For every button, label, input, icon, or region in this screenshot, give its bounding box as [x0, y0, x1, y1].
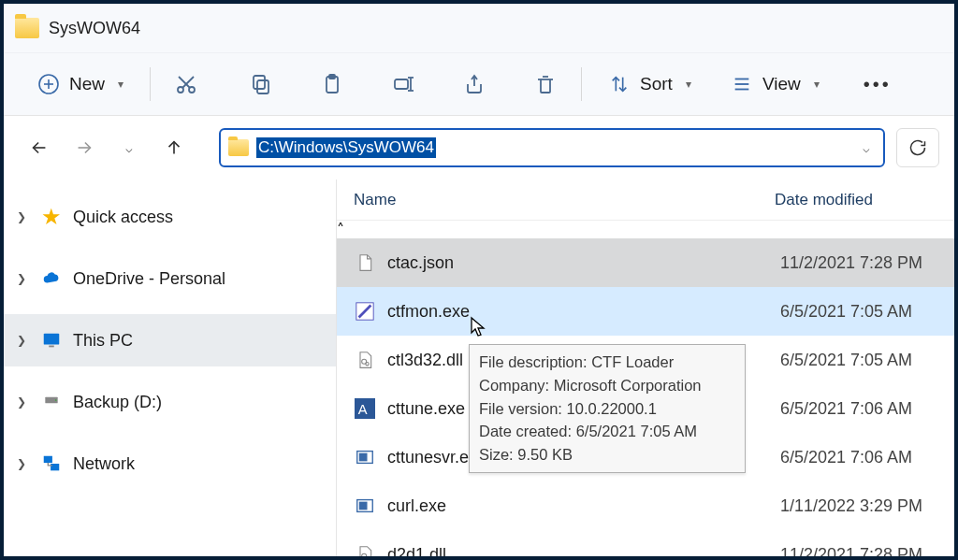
sidebar-item-quick-access[interactable]: ❯ ★ Quick access	[4, 191, 336, 243]
address-bar[interactable]: C:\Windows\SysWOW64 ⌵	[219, 128, 885, 167]
sidebar-item-this-pc[interactable]: ❯ This PC	[4, 314, 336, 366]
svg-rect-19	[44, 334, 60, 345]
sidebar-item-network[interactable]: ❯ Network	[4, 438, 336, 490]
cut-icon[interactable]	[166, 64, 207, 105]
tooltip-line: Date created: 6/5/2021 7:05 AM	[479, 420, 735, 443]
monitor-icon	[39, 328, 64, 352]
plus-circle-icon	[37, 73, 60, 95]
file-name: ctfmon.exe	[387, 302, 780, 322]
exe-icon	[352, 493, 378, 519]
copy-icon[interactable]	[240, 64, 282, 105]
new-button[interactable]: New ▾	[26, 65, 135, 103]
up-button[interactable]	[157, 131, 191, 165]
svg-rect-7	[257, 80, 269, 93]
chevron-down-icon[interactable]: ⌵	[863, 141, 876, 155]
dll-icon	[352, 347, 378, 373]
column-name[interactable]: Name	[354, 191, 775, 209]
sidebar-label: This PC	[73, 331, 133, 351]
navigation-tree: ❯ ★ Quick access ❯ OneDrive - Personal ❯…	[4, 179, 337, 556]
file-row[interactable]: ctfmon.exe 6/5/2021 7:05 AM	[337, 287, 954, 336]
chevron-down-icon: ▾	[118, 78, 123, 91]
chevron-right-icon[interactable]: ❯	[13, 334, 30, 347]
address-text: C:\Windows\SysWOW64	[256, 137, 436, 158]
view-label: View	[762, 74, 801, 94]
sort-icon	[608, 73, 631, 95]
svg-rect-8	[254, 76, 265, 89]
paste-icon[interactable]	[312, 64, 353, 105]
svg-rect-24	[51, 464, 59, 470]
file-date: 11/2/2021 7:28 PM	[780, 545, 922, 557]
chevron-right-icon[interactable]: ❯	[13, 272, 30, 285]
sidebar-label: Quick access	[73, 208, 173, 227]
sort-label: Sort	[640, 74, 673, 94]
cloud-icon	[39, 266, 64, 291]
star-icon: ★	[39, 205, 64, 229]
file-date: 11/2/2021 7:28 PM	[780, 253, 922, 273]
sidebar-label: Backup (D:)	[73, 393, 162, 412]
tooltip-line: File version: 10.0.22000.1	[479, 397, 735, 421]
file-row[interactable]: d2d1.dll 11/2/2021 7:28 PM	[337, 530, 954, 556]
chevron-right-icon[interactable]: ❯	[13, 395, 30, 409]
rename-icon[interactable]	[383, 64, 424, 105]
file-date: 6/5/2021 7:05 AM	[780, 351, 912, 370]
tooltip-line: Size: 9.50 KB	[479, 443, 735, 467]
exe-icon	[352, 444, 378, 470]
file-name: ctac.json	[387, 253, 780, 273]
toolbar: New ▾ Sort ▾ View ▾ •••	[4, 52, 954, 116]
delete-icon[interactable]	[525, 64, 566, 105]
network-icon	[39, 452, 64, 476]
file-date: 6/5/2021 7:06 AM	[780, 448, 912, 467]
file-tooltip: File description: CTF Loader Company: Mi…	[469, 344, 746, 473]
forward-button[interactable]	[67, 131, 101, 165]
sort-button[interactable]: Sort ▾	[597, 65, 703, 103]
title-bar: SysWOW64	[4, 4, 954, 52]
svg-rect-31	[360, 453, 367, 460]
cursor-icon	[470, 316, 488, 338]
file-icon	[352, 250, 378, 276]
view-icon	[731, 73, 753, 95]
file-date: 6/5/2021 7:06 AM	[780, 399, 912, 419]
svg-point-22	[55, 399, 57, 401]
sidebar-label: Network	[73, 454, 135, 474]
svg-text:A: A	[358, 402, 368, 417]
file-name: d2d1.dll	[387, 545, 780, 557]
more-icon[interactable]: •••	[857, 64, 898, 105]
column-headers[interactable]: Name Date modified	[337, 179, 954, 221]
recent-dropdown[interactable]: ⌵	[112, 131, 146, 165]
folder-icon	[15, 18, 39, 38]
dll-icon	[352, 541, 378, 556]
tooltip-line: Company: Microsoft Corporation	[479, 374, 735, 397]
window-title: SysWOW64	[49, 19, 140, 38]
file-row[interactable]: ctac.json 11/2/2021 7:28 PM	[337, 238, 954, 287]
view-button[interactable]: View ▾	[719, 65, 831, 103]
chevron-down-icon: ▾	[814, 78, 820, 91]
svg-rect-11	[395, 79, 408, 89]
file-date: 6/5/2021 7:05 AM	[780, 302, 912, 322]
svg-rect-33	[360, 502, 367, 509]
sidebar-item-backup[interactable]: ❯ Backup (D:)	[4, 376, 336, 428]
column-date[interactable]: Date modified	[775, 191, 873, 209]
file-row[interactable]: curl.exe 1/11/2022 3:29 PM	[337, 481, 954, 530]
file-name: curl.exe	[387, 496, 780, 516]
share-icon[interactable]	[454, 64, 495, 105]
chevron-down-icon: ▾	[686, 78, 691, 91]
new-label: New	[69, 74, 105, 94]
chevron-right-icon[interactable]: ❯	[13, 457, 30, 470]
svg-rect-20	[49, 346, 54, 348]
sidebar-label: OneDrive - Personal	[73, 269, 225, 289]
app-icon: A	[352, 395, 378, 422]
drive-icon	[39, 390, 64, 414]
sort-indicator-icon: ˄	[337, 222, 344, 237]
app-icon	[352, 298, 378, 324]
file-date: 1/11/2022 3:29 PM	[780, 496, 922, 516]
svg-rect-23	[44, 456, 52, 463]
chevron-right-icon[interactable]: ❯	[13, 210, 30, 223]
navigation-bar: ⌵ C:\Windows\SysWOW64 ⌵	[4, 116, 954, 179]
refresh-button[interactable]	[896, 128, 939, 167]
sidebar-item-onedrive[interactable]: ❯ OneDrive - Personal	[4, 252, 336, 305]
folder-icon	[228, 139, 249, 156]
back-button[interactable]	[22, 131, 56, 165]
tooltip-line: File description: CTF Loader	[479, 351, 735, 374]
